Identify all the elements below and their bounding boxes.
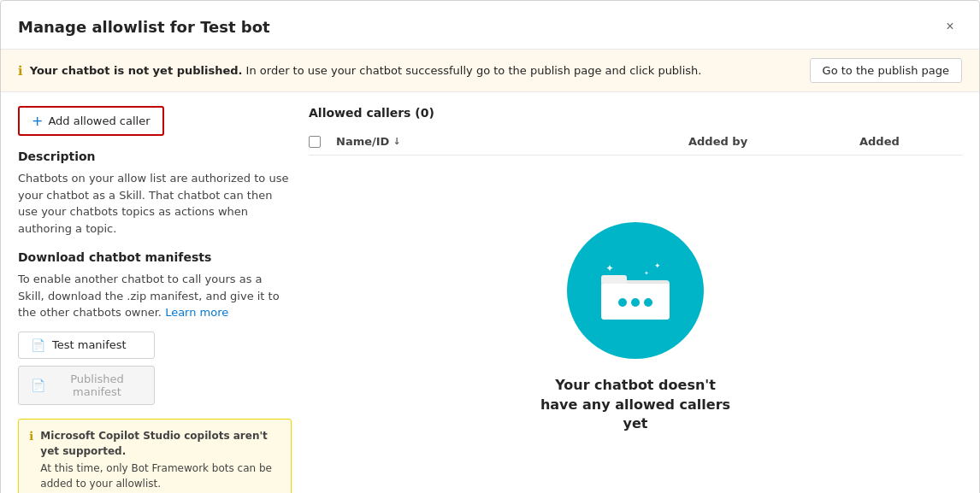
dialog-body: + Add allowed caller Description Chatbot… bbox=[1, 92, 979, 493]
empty-line2: have any allowed callers bbox=[540, 396, 730, 413]
empty-state: ✦ ✦ ✦ Y bbox=[309, 156, 962, 493]
col-nameid-label: Name/ID bbox=[336, 135, 389, 148]
table-checkbox-header bbox=[309, 136, 336, 148]
close-button[interactable]: × bbox=[938, 15, 962, 38]
dialog-titlebar: Manage allowlist for Test bot × bbox=[1, 1, 979, 50]
right-panel: Allowed callers (0) Name/ID ↓ Added by A… bbox=[309, 106, 962, 493]
svg-text:✦: ✦ bbox=[654, 261, 661, 270]
info-box: ℹ Microsoft Copilot Studio copilots aren… bbox=[18, 419, 292, 494]
info-icon: ℹ bbox=[18, 63, 23, 79]
manage-allowlist-dialog: Manage allowlist for Test bot × ℹ Your c… bbox=[0, 0, 980, 493]
learn-more-link[interactable]: Learn more bbox=[165, 306, 228, 319]
warning-text: Your chatbot is not yet published. In or… bbox=[30, 64, 702, 77]
header-checkbox[interactable] bbox=[309, 136, 321, 148]
empty-state-text: Your chatbot doesn't have any allowed ca… bbox=[540, 376, 730, 433]
empty-folder-illustration: ✦ ✦ ✦ bbox=[567, 222, 704, 359]
svg-point-7 bbox=[631, 298, 640, 307]
document-icon: 📄 bbox=[31, 338, 45, 352]
manifest-buttons: 📄 Test manifest 📄 Published manifest bbox=[18, 332, 292, 405]
sort-icon[interactable]: ↓ bbox=[393, 136, 400, 147]
dialog-title: Manage allowlist for Test bot bbox=[18, 18, 270, 36]
warning-banner-left: ℹ Your chatbot is not yet published. In … bbox=[18, 63, 810, 79]
test-manifest-label: Test manifest bbox=[52, 338, 127, 351]
empty-line3: yet bbox=[623, 415, 648, 431]
warning-text-bold: Your chatbot is not yet published. bbox=[30, 64, 243, 77]
info-box-icon: ℹ bbox=[29, 429, 33, 491]
download-section: Download chatbot manifests To enable ano… bbox=[18, 250, 292, 405]
description-heading: Description bbox=[18, 150, 292, 163]
download-heading: Download chatbot manifests bbox=[18, 250, 292, 264]
svg-rect-4 bbox=[601, 275, 627, 284]
published-manifest-button[interactable]: 📄 Published manifest bbox=[18, 366, 155, 405]
svg-point-6 bbox=[618, 298, 627, 307]
svg-point-8 bbox=[644, 298, 652, 307]
allowed-callers-heading: Allowed callers (0) bbox=[309, 106, 962, 120]
test-manifest-button[interactable]: 📄 Test manifest bbox=[18, 332, 155, 359]
download-body: To enable another chatbot to call yours … bbox=[18, 271, 292, 321]
col-addedby: Added by bbox=[688, 135, 859, 148]
svg-text:✦: ✦ bbox=[644, 270, 649, 277]
plus-icon: + bbox=[32, 113, 43, 129]
description-section: Description Chatbots on your allow list … bbox=[18, 150, 292, 237]
published-manifest-label: Published manifest bbox=[52, 373, 142, 398]
info-box-heading: Microsoft Copilot Studio copilots aren't… bbox=[40, 428, 280, 459]
document-disabled-icon: 📄 bbox=[31, 379, 45, 392]
col-nameid: Name/ID ↓ bbox=[336, 135, 688, 148]
add-allowed-caller-button[interactable]: + Add allowed caller bbox=[18, 106, 164, 136]
warning-banner: ℹ Your chatbot is not yet published. In … bbox=[1, 50, 979, 92]
description-body: Chatbots on your allow list are authoriz… bbox=[18, 170, 292, 237]
info-box-text: Microsoft Copilot Studio copilots aren't… bbox=[40, 428, 280, 491]
svg-text:✦: ✦ bbox=[605, 262, 614, 274]
empty-line1: Your chatbot doesn't bbox=[555, 377, 716, 393]
col-added: Added bbox=[859, 135, 962, 148]
folder-icon: ✦ ✦ ✦ bbox=[593, 256, 678, 325]
warning-text-body: In order to use your chatbot successfull… bbox=[242, 64, 701, 77]
left-panel: + Add allowed caller Description Chatbot… bbox=[18, 106, 292, 493]
info-box-body: At this time, only Bot Framework bots ca… bbox=[40, 462, 272, 490]
add-caller-label: Add allowed caller bbox=[48, 114, 150, 127]
table-header: Name/ID ↓ Added by Added bbox=[309, 128, 962, 156]
go-to-publish-button[interactable]: Go to the publish page bbox=[810, 58, 962, 83]
add-caller-button-wrapper: + Add allowed caller bbox=[18, 106, 292, 136]
